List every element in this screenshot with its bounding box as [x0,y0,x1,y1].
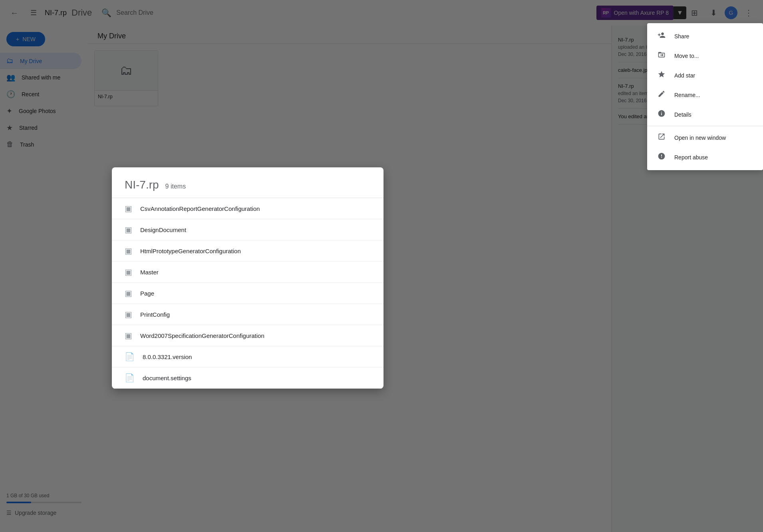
context-report-label: Report abuse [674,154,708,161]
context-rename-label: Rename... [674,92,700,98]
modal-list-item-csv[interactable]: ▣ CsvAnnotationReportGeneratorConfigurat… [112,198,383,219]
context-move-label: Move to... [674,53,699,59]
add-star-icon [657,70,666,80]
file-icon: 📄 [125,352,135,361]
move-to-icon [657,51,666,61]
context-details-label: Details [674,111,691,118]
modal-list-item-version[interactable]: 📄 8.0.0.3321.version [112,346,383,367]
folder-icon: ▣ [125,225,132,234]
context-menu-rename[interactable]: Rename... [647,85,763,105]
folder-icon: ▣ [125,331,132,340]
modal-file-list: ▣ CsvAnnotationReportGeneratorConfigurat… [112,198,383,389]
modal-item-name: PrintConfig [140,311,170,318]
modal-item-name: 8.0.0.3321.version [143,353,192,360]
details-icon [657,109,666,119]
file-icon: 📄 [125,373,135,383]
rename-icon [657,90,666,100]
modal-item-name: Master [140,269,159,276]
modal-list-item-word[interactable]: ▣ Word2007SpecificationGeneratorConfigur… [112,325,383,346]
modal-item-name: Word2007SpecificationGeneratorConfigurat… [140,332,264,339]
folder-icon: ▣ [125,246,132,256]
folder-icon: ▣ [125,267,132,277]
modal-item-name: DesignDocument [140,226,186,233]
modal-title: NI-7.rp [125,179,159,191]
context-menu-divider [647,126,763,126]
context-menu-move[interactable]: Move to... [647,46,763,66]
context-star-label: Add star [674,72,695,79]
context-menu-share[interactable]: Share [647,26,763,46]
modal-list-item-page[interactable]: ▣ Page [112,283,383,304]
modal-item-name: CsvAnnotationReportGeneratorConfiguratio… [140,205,260,212]
modal-items-count: 9 items [165,183,186,190]
context-menu-report[interactable]: Report abuse [647,147,763,167]
modal-list-item-settings[interactable]: 📄 document.settings [112,367,383,389]
modal-list-item-html[interactable]: ▣ HtmlPrototypeGeneratorConfiguration [112,240,383,262]
modal-item-name: document.settings [143,375,191,381]
modal-item-name: Page [140,290,154,297]
share-icon [657,31,666,41]
context-menu-new-window[interactable]: Open in new window [647,128,763,147]
context-menu: Share Move to... Add star Rename... [647,23,763,170]
folder-icon: ▣ [125,288,132,298]
context-menu-details[interactable]: Details [647,105,763,124]
modal-dialog: NI-7.rp 9 items ▣ CsvAnnotationReportGen… [112,167,383,389]
modal-list-item-printconfig[interactable]: ▣ PrintConfig [112,304,383,325]
modal-item-name: HtmlPrototypeGeneratorConfiguration [140,248,241,254]
folder-icon: ▣ [125,310,132,319]
modal-header: NI-7.rp 9 items [112,167,383,198]
modal-list-item-design[interactable]: ▣ DesignDocument [112,219,383,240]
context-new-window-label: Open in new window [674,135,726,141]
context-share-label: Share [674,33,689,40]
folder-icon: ▣ [125,204,132,213]
new-window-icon [657,133,666,143]
context-menu-star[interactable]: Add star [647,66,763,85]
report-icon [657,152,666,162]
modal-list-item-master[interactable]: ▣ Master [112,262,383,283]
